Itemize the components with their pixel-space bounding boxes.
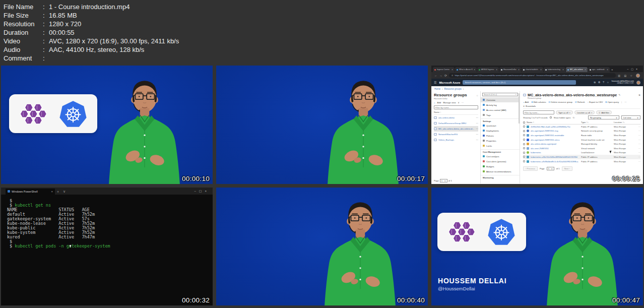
- more-icon[interactable]: ⋯: [636, 126, 640, 128]
- resource-group-item[interactable]: Velero_Backups⋯: [434, 137, 478, 143]
- edit-icon[interactable]: ✎: [618, 94, 620, 96]
- browser-tab[interactable]: HoussemDellai×: [499, 67, 521, 72]
- row-checkbox[interactable]: [523, 130, 525, 132]
- close-icon[interactable]: ×: [562, 69, 564, 71]
- row-checkbox[interactable]: [523, 147, 525, 149]
- minimize-icon[interactable]: –: [194, 190, 199, 193]
- browser-tab[interactable]: AKS04 Ingress×: [477, 67, 499, 72]
- manage-view-button[interactable]: Manage view: [443, 101, 456, 104]
- more-icon[interactable]: ⋯: [636, 143, 640, 145]
- chevron-down-icon[interactable]: ∨: [458, 101, 460, 104]
- location-column-header[interactable]: Location ↑↓: [614, 121, 635, 124]
- table-row[interactable]: aks-agentpool-25887451-routetableRoute t…: [523, 133, 640, 138]
- more-commands-icon[interactable]: ⋯: [624, 101, 626, 103]
- close-icon[interactable]: ×: [518, 69, 520, 71]
- row-checkbox[interactable]: [523, 152, 525, 154]
- previous-page-button[interactable]: ‹ Previous: [523, 166, 538, 171]
- cloud-shell-icon[interactable]: ⧉: [594, 81, 596, 84]
- menu-item-budgets[interactable]: Budgets: [481, 164, 520, 169]
- table-row[interactable]: aks-velero-demo-agentpoolManaged Identit…: [523, 142, 640, 146]
- menu-item-tags[interactable]: Tags: [481, 112, 520, 117]
- tab-dropdown-icon[interactable]: ∨: [63, 190, 66, 194]
- new-tab-button[interactable]: +: [611, 68, 613, 71]
- row-checkbox[interactable]: [523, 160, 525, 162]
- close-icon[interactable]: ×: [607, 69, 608, 71]
- menu-item-cost-alerts[interactable]: Cost alerts (preview): [481, 159, 520, 164]
- browser-tab[interactable]: charts/stable/n×: [522, 67, 543, 72]
- type-column-header[interactable]: Type ↑↓: [581, 121, 612, 124]
- url-box[interactable]: ⊙ https://portal.azure.com/#@houssemdell…: [449, 73, 616, 78]
- add-filter-pill[interactable]: ▽Add filter: [596, 110, 612, 114]
- menu-item-access-control[interactable]: Access control (IAM): [481, 107, 520, 112]
- table-row[interactable]: 20950264-f9b0-4ad2-a284-e4394806a71ePubl…: [523, 125, 640, 129]
- close-icon[interactable]: ×: [452, 69, 453, 71]
- azure-header-icons[interactable]: ⧉ ⚙ ? ☺ houssem.dellai@live.com DEFAULT …: [594, 80, 641, 84]
- refresh-icon[interactable]: ⟳: [444, 74, 447, 77]
- close-tab-icon[interactable]: ×: [51, 190, 53, 193]
- resource-group-item[interactable]: DefaultResourceGroup-WEU⋯: [434, 120, 478, 126]
- table-row[interactable]: aks-agentpool-25887451-nsgNetwork securi…: [523, 129, 640, 134]
- resource-group-item-selected[interactable]: MC_aks-velero-demo_aks-velero-demo⋯: [434, 126, 478, 132]
- close-icon[interactable]: ×: [591, 111, 592, 114]
- scrollbar[interactable]: [519, 93, 520, 124]
- filter-by-name-input[interactable]: Filter by name...: [434, 105, 478, 109]
- table-row[interactable]: kubernetesLoad balancerWest Europe⋯: [523, 151, 640, 155]
- blade-search-input[interactable]: Search (Ctrl+/)«: [482, 93, 518, 96]
- close-blade-icon[interactable]: ×: [638, 93, 640, 97]
- page-select[interactable]: 1∨: [547, 167, 554, 170]
- refresh-button[interactable]: Refresh: [577, 101, 585, 103]
- menu-item-quickstart[interactable]: Quickstart: [481, 123, 520, 128]
- breadcrumb-resource-groups[interactable]: Resource groups: [444, 88, 462, 90]
- maximize-icon[interactable]: ▢: [631, 68, 636, 71]
- more-icon[interactable]: ⋯: [476, 122, 479, 125]
- menu-item-deployments[interactable]: Deployments: [481, 128, 520, 133]
- row-checkbox[interactable]: [523, 134, 525, 136]
- browser-tab[interactable]: ops - webhook×: [588, 67, 610, 72]
- location-filter-pill[interactable]: Location == all×: [574, 110, 595, 114]
- account-avatar[interactable]: [636, 81, 640, 85]
- menu-item-cost-analysis[interactable]: Cost analysis: [481, 154, 520, 159]
- menu-item-overview[interactable]: Overview: [481, 97, 520, 102]
- add-button[interactable]: Add: [437, 101, 441, 104]
- edit-columns-button[interactable]: Edit columns: [534, 101, 546, 103]
- essentials-toggle[interactable]: ∨ Essentials: [523, 104, 640, 109]
- next-page-button[interactable]: Next ›: [562, 166, 572, 171]
- view-dropdown[interactable]: List view∨: [621, 115, 640, 119]
- menu-item-policies[interactable]: Policies: [481, 133, 520, 138]
- select-all-checkbox[interactable]: [523, 121, 525, 124]
- terminal-output[interactable]: $ $ kubectl get ns NAME STATUS AGE defau…: [1, 195, 213, 249]
- table-row-hovered[interactable]: kubernetes-a30c51e54f6e48956b54485422319…: [523, 155, 640, 159]
- more-icon[interactable]: ⋯: [636, 156, 640, 158]
- window-controls[interactable]: –▢×: [194, 189, 213, 193]
- close-icon[interactable]: ×: [636, 68, 640, 71]
- name-column-header[interactable]: Name ↑: [527, 121, 579, 124]
- close-icon[interactable]: ×: [496, 69, 497, 71]
- account-info[interactable]: houssem.dellai@live.com DEFAULT DIRECTOR…: [612, 80, 634, 84]
- more-icon[interactable]: ⋯: [476, 139, 479, 141]
- gear-icon[interactable]: ⚙: [598, 81, 600, 84]
- help-icon[interactable]: ?: [603, 81, 604, 84]
- open-query-button[interactable]: Open query: [608, 101, 619, 103]
- more-icon[interactable]: ⋯: [636, 130, 640, 132]
- azure-brand[interactable]: Microsoft Azure: [439, 81, 460, 84]
- browser-profile-avatar[interactable]: [636, 74, 640, 78]
- filter-by-name-input[interactable]: Filter by name...: [523, 110, 554, 114]
- close-icon[interactable]: ×: [474, 69, 475, 71]
- hamburger-menu-icon[interactable]: ☰: [434, 81, 436, 84]
- menu-item-advisor[interactable]: Advisor recommendations: [481, 169, 520, 174]
- more-icon[interactable]: ⋯: [636, 151, 640, 154]
- type-filter-pill[interactable]: Type == all×: [556, 110, 573, 114]
- pin-icon[interactable]: ☆: [476, 94, 478, 97]
- show-hidden-checkbox[interactable]: [550, 116, 552, 118]
- more-icon[interactable]: ⋯: [636, 147, 640, 150]
- more-icon[interactable]: ⋯: [636, 139, 640, 141]
- grouping-dropdown[interactable]: No grouping∨: [588, 115, 619, 119]
- resource-group-item[interactable]: aks-velero-demo⋯: [434, 115, 478, 120]
- more-icon[interactable]: ⋯: [476, 116, 479, 119]
- azure-search-input[interactable]: Search resources, services, and docs (G+…: [463, 80, 576, 85]
- new-tab-button[interactable]: +: [57, 190, 59, 194]
- more-icon[interactable]: ⋯: [476, 128, 479, 130]
- table-row[interactable]: aks-vnet-25887451Virtual networkWest Eur…: [523, 146, 640, 151]
- table-row[interactable]: kubernetes-a9c8b4ded9c1c4c92a4000992418f…: [523, 159, 640, 164]
- table-row[interactable]: aks-agentpool-25887451-vmssVirtual machi…: [523, 138, 640, 142]
